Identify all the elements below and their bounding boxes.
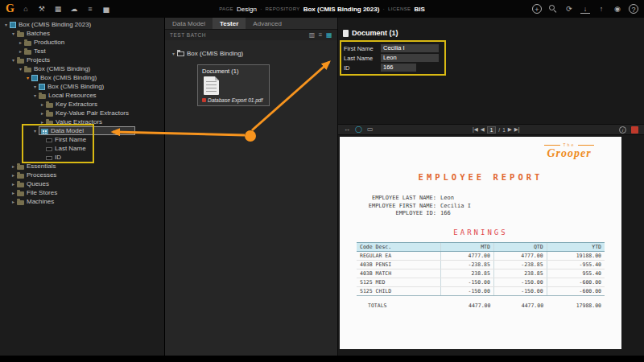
fit-width-icon[interactable]: ↔	[344, 125, 350, 134]
tree-view-icon[interactable]: ▥	[309, 31, 316, 39]
folder-icon	[17, 165, 24, 170]
expand-icon[interactable]: ▸	[17, 48, 24, 54]
search-icon[interactable]	[548, 4, 558, 14]
tree-item-last-name[interactable]: Last Name	[0, 144, 164, 153]
upload-icon[interactable]: ↑	[597, 4, 606, 14]
breadcrumb: PAGE Design · REPOSITORY Box (CMIS Bindi…	[219, 6, 425, 13]
previous-page-icon[interactable]: ◀	[481, 126, 485, 133]
user-icon[interactable]: ◉	[613, 4, 622, 14]
tree-item-first-name[interactable]: First Name	[0, 135, 164, 144]
grooper-logo[interactable]: G	[6, 2, 14, 15]
tools-icon[interactable]: ⚒	[37, 4, 47, 14]
repository-value[interactable]: Box (CMIS Binding 2023)	[303, 6, 380, 13]
tree-item-box-cmis-binding[interactable]: ▾Box (CMIS Binding)	[0, 64, 164, 73]
collapse-icon[interactable]: ▾	[31, 84, 39, 89]
folder-icon	[17, 183, 24, 187]
folder-icon	[17, 59, 24, 64]
list-view-icon[interactable]: ≡	[319, 31, 323, 39]
add-icon[interactable]: +	[532, 4, 542, 14]
tree-item-id[interactable]: ID	[0, 153, 164, 162]
expand-icon[interactable]: ▸	[10, 199, 17, 204]
expand-icon[interactable]: ▸	[10, 172, 17, 178]
download-icon[interactable]: ↓	[580, 4, 590, 14]
document-card[interactable]: Document (1) Database Export 01.pdf	[197, 64, 270, 106]
index-field-input-first-name[interactable]: Cecilia I	[381, 44, 439, 52]
tab-advanced[interactable]: Advanced	[246, 18, 289, 29]
page-number-input[interactable]: 1	[487, 126, 497, 134]
tree-item-local-resources[interactable]: ▾Local Resources	[0, 91, 164, 100]
tree-item-key-value-pair-extractors[interactable]: ▸Key-Value Pair Extractors	[0, 109, 164, 117]
tree-item-file-stores[interactable]: ▸File Stores	[0, 188, 164, 197]
folder-icon	[46, 103, 53, 108]
expand-icon[interactable]: ▸	[39, 119, 46, 125]
index-field-input-id[interactable]: 166	[381, 64, 416, 72]
tree-item-box-cmis-binding[interactable]: ▾Box (CMIS Binding)	[0, 82, 164, 91]
tree-item-value-extractors[interactable]: ▸Value Extractors	[0, 117, 164, 126]
tree-item-essentials[interactable]: ▸Essentials	[0, 162, 164, 171]
collapse-icon[interactable]: ▾	[170, 51, 177, 56]
tree-item-test[interactable]: ▸Test	[0, 47, 164, 56]
last-page-icon[interactable]: ▶|	[514, 126, 520, 133]
tree-item-projects[interactable]: ▾Projects	[0, 56, 164, 64]
info-icon[interactable]: i	[619, 126, 626, 134]
page-total: 1	[502, 127, 506, 133]
select-region-icon[interactable]: ◯	[355, 125, 362, 134]
folder-icon	[24, 41, 31, 46]
collapse-icon[interactable]: ▾	[24, 75, 31, 80]
index-field-input-last-name[interactable]: Leon	[381, 54, 439, 62]
tree-item-production[interactable]: ▸Production	[0, 38, 164, 47]
expand-icon[interactable]: ▸	[39, 110, 46, 116]
document-viewer[interactable]: The Grooper EMPLOYEE REPORT EMPLOYEE LAS…	[340, 137, 621, 349]
batch-root-label: Box (CMIS Binding)	[187, 50, 246, 57]
infrastructure-icon[interactable]: ≡	[85, 4, 95, 14]
tree-item-queues[interactable]: ▸Queues	[0, 179, 164, 188]
next-page-icon[interactable]: ▶	[508, 126, 512, 133]
tree-item-label: Key Extractors	[56, 101, 101, 108]
bottom-bar	[0, 356, 644, 362]
expand-icon[interactable]: ▸	[10, 181, 17, 187]
grooper-app: G ⌂⚒▦☁≡▅ PAGE Design · REPOSITORY Box (C…	[0, 0, 644, 362]
expand-icon[interactable]: ▸	[39, 101, 46, 107]
batch-root-folder[interactable]: ▾ Box (CMIS Binding)	[170, 48, 337, 58]
earnings-total-cell: 4477.00	[441, 295, 494, 310]
home-icon[interactable]: ⌂	[21, 4, 31, 14]
first-page-icon[interactable]: |◀	[473, 126, 478, 133]
index-field-label: ID	[344, 64, 381, 72]
tab-data-model[interactable]: Data Model	[165, 18, 213, 29]
tree-item-box-cmis-binding-2023[interactable]: ▾Box (CMIS Binding 2023)	[0, 20, 164, 29]
thumbnail-view-icon[interactable]: ▦	[326, 31, 332, 39]
batches-icon[interactable]: ▦	[53, 4, 63, 14]
folder-icon	[17, 32, 24, 37]
tree-item-batches[interactable]: ▾Batches	[0, 29, 164, 38]
earnings-cell: REGULAR EA	[357, 251, 441, 260]
refresh-icon[interactable]: ⟳	[564, 4, 574, 14]
export-icon[interactable]	[631, 126, 638, 134]
document-filename: Database Export 01.pdf	[202, 97, 265, 103]
tree-item-label: Last Name	[55, 145, 89, 152]
stats-icon[interactable]: ▅	[101, 4, 111, 14]
expand-icon[interactable]: ▸	[17, 39, 24, 45]
page-value[interactable]: Design	[237, 6, 257, 13]
document-panel-header: Document (1)	[338, 27, 644, 39]
collapse-icon[interactable]: ▾	[31, 93, 39, 98]
layout-icon[interactable]: ▭	[367, 125, 374, 134]
tree-item-key-extractors[interactable]: ▸Key Extractors	[0, 100, 164, 109]
collapse-icon[interactable]: ▾	[2, 22, 10, 27]
tree-item-data-model[interactable]: ▾Data Model	[0, 126, 164, 135]
report-field-label: EMPLOYEE ID:	[340, 210, 436, 218]
expand-icon[interactable]: ▸	[10, 163, 17, 169]
collapse-icon[interactable]: ▾	[10, 57, 17, 63]
tab-tester[interactable]: Tester	[213, 18, 246, 29]
collapse-icon[interactable]: ▾	[31, 128, 39, 134]
document-icon	[204, 76, 219, 95]
viewer-right-icons: i	[619, 126, 638, 134]
tree-item-machines[interactable]: ▸Machines	[0, 197, 164, 206]
index-field-label: First Name	[344, 45, 381, 52]
cloud-icon[interactable]: ☁	[69, 4, 79, 14]
collapse-icon[interactable]: ▾	[10, 31, 17, 36]
expand-icon[interactable]: ▸	[10, 190, 17, 195]
collapse-icon[interactable]: ▾	[17, 66, 24, 72]
tree-item-box-cmis-binding[interactable]: ▾Box (CMIS Binding)	[0, 73, 164, 82]
tree-item-processes[interactable]: ▸Processes	[0, 171, 164, 179]
help-icon[interactable]: ?	[629, 4, 638, 14]
